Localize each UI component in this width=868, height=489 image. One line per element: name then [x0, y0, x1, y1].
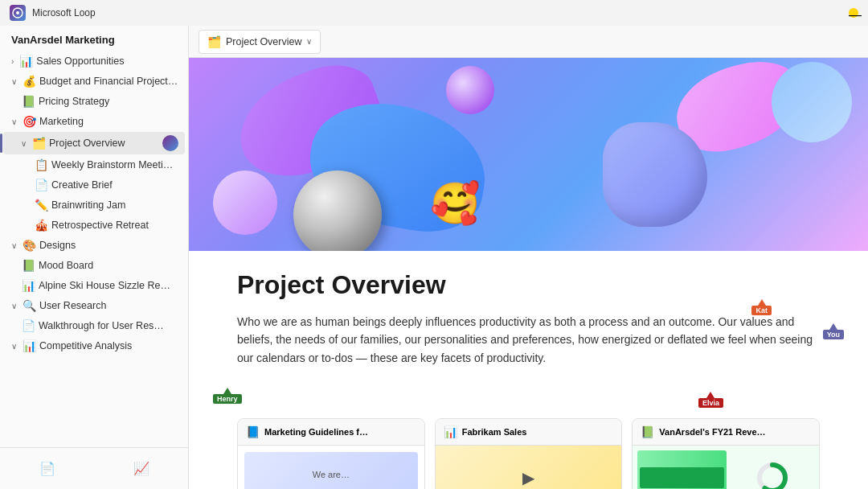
sidebar-label: Retrospective Retreat [51, 220, 178, 231]
sidebar-item-creative-brief[interactable]: 📄 Creative Brief [3, 175, 185, 195]
sidebar: VanArsdel Marketing › 📊 Sales Opportunit… [0, 26, 189, 489]
word-icon: 📘 [246, 425, 260, 438]
sidebar-nav: › 📊 Sales Opportunities ∨ 💰 Budget and F… [0, 51, 188, 447]
blob-6 [603, 122, 707, 227]
card-marketing-guidelines[interactable]: 📘 Marketing Guidelines f… We are… [237, 418, 425, 489]
hero-banner: 🥰 [189, 58, 868, 251]
alpine-icon: 📊 [21, 279, 35, 292]
card-title: Fabrikam Sales [462, 427, 527, 437]
main-content: 🗂️ Project Overview ∨ 🥰 [189, 26, 868, 489]
chevron-icon: ∨ [11, 117, 17, 126]
chevron-icon: ∨ [21, 139, 27, 148]
sales-icon: 📊 [18, 55, 33, 68]
retrospective-icon: 🎪 [34, 219, 48, 232]
blob-4 [772, 62, 852, 142]
chevron-icon: ∨ [11, 342, 17, 351]
walkthrough-icon: 📄 [21, 319, 35, 332]
marketing-icon: 🎯 [22, 115, 36, 128]
sidebar-label: Walkthrough for User Res… [39, 320, 178, 331]
tab-project-overview[interactable]: 🗂️ Project Overview ∨ [199, 30, 321, 54]
content-area[interactable]: 🥰 Kat You Henry E [189, 58, 868, 489]
cursor-badge-kat: Kat [751, 306, 772, 315]
cursor-badge-elvia: Elvia [698, 398, 723, 408]
research-icon: 🔍 [22, 299, 36, 312]
sidebar-item-marketing[interactable]: ∨ 🎯 Marketing [3, 112, 185, 131]
footer-btn-notes[interactable]: 📄 [5, 454, 89, 483]
brainwriting-icon: ✏️ [34, 199, 48, 212]
sidebar-item-designs[interactable]: ∨ 🎨 Designs [3, 236, 185, 255]
document-content: Kat You Henry Elvia Project Overview Who… [189, 251, 868, 418]
cursor-triangle-henry [223, 388, 231, 394]
excel-icon: 📗 [641, 425, 654, 438]
activity-icon: 📈 [133, 461, 149, 476]
sidebar-label: User Research [39, 300, 178, 311]
image-text: We are… [313, 470, 350, 479]
card-header: 📗 VanArsdel's FY21 Reve… [633, 419, 819, 446]
card-image: We are… [244, 452, 418, 489]
pricing-icon: 📗 [21, 95, 35, 108]
mood-icon: 📗 [21, 259, 35, 272]
sidebar-item-brainwriting[interactable]: ✏️ Brainwriting Jam [3, 195, 185, 215]
minimize-btn[interactable]: — [849, 8, 858, 18]
kat-cursor: Kat [751, 299, 772, 315]
card-title: Marketing Guidelines f… [264, 427, 368, 437]
blob-5 [213, 171, 277, 235]
sidebar-label: Sales Opportunities [36, 55, 178, 67]
sidebar-item-walkthrough[interactable]: 📄 Walkthrough for User Res… [3, 316, 185, 335]
sidebar-item-sales-opportunities[interactable]: › 📊 Sales Opportunities [3, 51, 185, 71]
competitive-icon: 📊 [22, 339, 36, 352]
sidebar-label: Project Overview [49, 138, 159, 149]
cursor-triangle-elvia [706, 392, 714, 398]
card-vanarsdel-fy21[interactable]: 📗 VanArsdel's FY21 Reve… [632, 418, 820, 489]
sidebar-item-pricing[interactable]: 📗 Pricing Strategy [3, 92, 185, 111]
emoji-reaction: 🥰 [430, 180, 480, 227]
tab-icon: 🗂️ [207, 35, 221, 48]
sidebar-label: Competitive Analysis [39, 340, 178, 351]
chevron-icon: ∨ [11, 241, 17, 250]
cursor-triangle-you [829, 323, 837, 330]
sidebar-item-project-overview[interactable]: ∨ 🗂️ Project Overview [3, 132, 185, 154]
elvia-cursor: Elvia [698, 392, 723, 408]
sidebar-item-competitive[interactable]: ∨ 📊 Competitive Analysis [3, 336, 185, 355]
blob-7 [446, 66, 494, 114]
budget-icon: 💰 [22, 75, 36, 88]
tab-label: Project Overview [226, 36, 301, 47]
footer-btn-activity[interactable]: 📈 [99, 454, 183, 483]
sidebar-item-alpine-ski[interactable]: 📊 Alpine Ski House Sizzle Re… [3, 276, 185, 295]
sidebar-item-mood-board[interactable]: 📗 Mood Board [3, 256, 185, 275]
card-title: VanArsdel's FY21 Reve… [659, 427, 765, 437]
sidebar-item-weekly-brainstorm[interactable]: 📋 Weekly Brainstorm Meeti… [3, 155, 185, 175]
henry-cursor: Henry [213, 388, 242, 404]
sidebar-label: Brainwriting Jam [51, 199, 178, 211]
chevron-icon: ∨ [11, 77, 17, 86]
avatar [162, 135, 178, 151]
chevron-icon: › [11, 57, 14, 66]
sidebar-label: Mood Board [39, 260, 178, 271]
card-header: 📊 Fabrikam Sales [436, 419, 622, 446]
card-body: We are… [238, 446, 424, 489]
sidebar-item-retrospective[interactable]: 🎪 Retrospective Retreat [3, 216, 185, 235]
sidebar-item-user-research[interactable]: ∨ 🔍 User Research [3, 296, 185, 315]
brief-icon: 📄 [34, 179, 48, 191]
app-body: VanArsdel Marketing › 📊 Sales Opportunit… [0, 26, 868, 489]
you-cursor: You [823, 323, 844, 339]
cursor-badge-henry: Henry [213, 394, 242, 404]
cards-row: 📘 Marketing Guidelines f… We are… 📊 Fabr… [189, 418, 868, 489]
sidebar-label: Pricing Strategy [39, 96, 178, 107]
doc-body: Who we are as human beings deeply influe… [237, 313, 820, 367]
chevron-icon: ∨ [11, 302, 17, 310]
cursor-badge-you: You [823, 330, 844, 339]
doc-title: Project Overview [237, 270, 820, 300]
sidebar-label: Budget and Financial Projection [39, 76, 178, 87]
brainstorm-icon: 📋 [34, 158, 48, 171]
sidebar-label: Designs [39, 240, 178, 251]
app-title: Microsoft Loop [32, 7, 96, 18]
card-preview: ▶ [522, 468, 534, 487]
ppt-icon: 📊 [444, 425, 457, 438]
svg-point-1 [16, 11, 19, 14]
silver-sphere [293, 171, 382, 251]
sidebar-item-budget[interactable]: ∨ 💰 Budget and Financial Projection [3, 72, 185, 91]
card-fabrikam-sales[interactable]: 📊 Fabrikam Sales ▶ Kian [435, 418, 623, 489]
project-icon: 🗂️ [31, 137, 46, 150]
sidebar-label: Marketing [39, 116, 178, 127]
